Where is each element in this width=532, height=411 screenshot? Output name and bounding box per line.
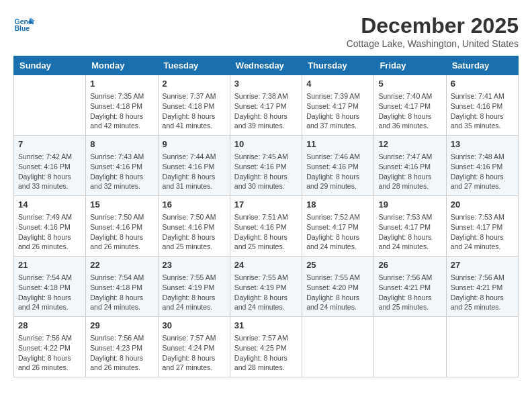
calendar-cell: 7Sunrise: 7:42 AM Sunset: 4:16 PM Daylig… (14, 136, 86, 196)
calendar-week-row: 7Sunrise: 7:42 AM Sunset: 4:16 PM Daylig… (14, 136, 519, 196)
cell-content: Sunrise: 7:56 AM Sunset: 4:22 PM Dayligh… (18, 333, 81, 373)
calendar-cell: 5Sunrise: 7:40 AM Sunset: 4:17 PM Daylig… (374, 75, 446, 136)
cell-content: Sunrise: 7:38 AM Sunset: 4:17 PM Dayligh… (234, 91, 298, 131)
cell-content: Sunrise: 7:52 AM Sunset: 4:17 PM Dayligh… (306, 212, 369, 252)
cell-content: Sunrise: 7:55 AM Sunset: 4:20 PM Dayligh… (306, 273, 369, 312)
cell-content: Sunrise: 7:50 AM Sunset: 4:16 PM Dayligh… (163, 212, 226, 252)
day-number: 4 (306, 78, 369, 90)
calendar-cell: 25Sunrise: 7:55 AM Sunset: 4:20 PM Dayli… (302, 257, 374, 317)
calendar-cell: 22Sunrise: 7:54 AM Sunset: 4:18 PM Dayli… (86, 257, 158, 317)
calendar-cell: 27Sunrise: 7:56 AM Sunset: 4:21 PM Dayli… (446, 257, 518, 317)
calendar-cell: 3Sunrise: 7:38 AM Sunset: 4:17 PM Daylig… (230, 75, 302, 136)
day-number: 29 (90, 320, 153, 332)
day-number: 19 (378, 199, 441, 211)
calendar-cell: 31Sunrise: 7:57 AM Sunset: 4:25 PM Dayli… (230, 317, 302, 377)
weekday-header: Friday (374, 56, 446, 75)
day-number: 5 (378, 78, 441, 90)
cell-content: Sunrise: 7:40 AM Sunset: 4:17 PM Dayligh… (378, 91, 441, 131)
day-number: 28 (18, 320, 81, 332)
weekday-header: Saturday (446, 56, 518, 75)
calendar-week-row: 1Sunrise: 7:35 AM Sunset: 4:18 PM Daylig… (14, 75, 519, 136)
calendar-cell: 24Sunrise: 7:55 AM Sunset: 4:19 PM Dayli… (230, 257, 302, 317)
day-number: 25 (306, 259, 369, 271)
cell-content: Sunrise: 7:57 AM Sunset: 4:25 PM Dayligh… (234, 333, 298, 373)
calendar-cell: 6Sunrise: 7:41 AM Sunset: 4:16 PM Daylig… (446, 75, 518, 136)
cell-content: Sunrise: 7:56 AM Sunset: 4:21 PM Dayligh… (451, 273, 514, 312)
calendar-cell: 28Sunrise: 7:56 AM Sunset: 4:22 PM Dayli… (14, 317, 86, 377)
day-number: 7 (18, 138, 81, 150)
day-number: 15 (90, 199, 153, 211)
calendar-cell: 13Sunrise: 7:48 AM Sunset: 4:16 PM Dayli… (446, 136, 518, 196)
day-number: 22 (90, 259, 153, 271)
cell-content: Sunrise: 7:56 AM Sunset: 4:23 PM Dayligh… (90, 333, 153, 373)
calendar-cell: 4Sunrise: 7:39 AM Sunset: 4:17 PM Daylig… (302, 75, 374, 136)
cell-content: Sunrise: 7:47 AM Sunset: 4:16 PM Dayligh… (378, 152, 441, 191)
day-number: 1 (90, 78, 153, 90)
cell-content: Sunrise: 7:39 AM Sunset: 4:17 PM Dayligh… (306, 91, 369, 131)
day-number: 30 (163, 320, 226, 332)
day-number: 9 (163, 138, 226, 150)
cell-content: Sunrise: 7:48 AM Sunset: 4:16 PM Dayligh… (451, 152, 514, 191)
calendar-cell: 21Sunrise: 7:54 AM Sunset: 4:18 PM Dayli… (14, 257, 86, 317)
calendar-cell: 26Sunrise: 7:56 AM Sunset: 4:21 PM Dayli… (374, 257, 446, 317)
cell-content: Sunrise: 7:46 AM Sunset: 4:16 PM Dayligh… (306, 152, 369, 191)
cell-content: Sunrise: 7:54 AM Sunset: 4:18 PM Dayligh… (90, 273, 153, 312)
title-block: December 2025 Cottage Lake, Washington, … (347, 13, 519, 49)
weekday-header: Monday (86, 56, 158, 75)
day-number: 12 (378, 138, 441, 150)
page-header: General Blue December 2025 Cottage Lake,… (13, 13, 519, 49)
calendar-cell: 17Sunrise: 7:51 AM Sunset: 4:16 PM Dayli… (230, 196, 302, 257)
location: Cottage Lake, Washington, United States (347, 38, 519, 49)
weekday-header: Wednesday (230, 56, 302, 75)
cell-content: Sunrise: 7:53 AM Sunset: 4:17 PM Dayligh… (378, 212, 441, 252)
day-number: 13 (451, 138, 514, 150)
cell-content: Sunrise: 7:42 AM Sunset: 4:16 PM Dayligh… (18, 152, 81, 191)
calendar-cell: 23Sunrise: 7:55 AM Sunset: 4:19 PM Dayli… (158, 257, 230, 317)
calendar-cell (14, 75, 86, 136)
calendar-cell: 1Sunrise: 7:35 AM Sunset: 4:18 PM Daylig… (86, 75, 158, 136)
logo-icon: General Blue (13, 13, 35, 35)
calendar-cell: 29Sunrise: 7:56 AM Sunset: 4:23 PM Dayli… (86, 317, 158, 377)
weekday-header: Sunday (14, 56, 86, 75)
cell-content: Sunrise: 7:53 AM Sunset: 4:17 PM Dayligh… (451, 212, 514, 252)
weekday-header: Thursday (302, 56, 374, 75)
day-number: 10 (234, 138, 298, 150)
day-number: 6 (451, 78, 514, 90)
cell-content: Sunrise: 7:44 AM Sunset: 4:16 PM Dayligh… (163, 152, 226, 191)
calendar-cell (374, 317, 446, 377)
calendar-cell: 10Sunrise: 7:45 AM Sunset: 4:16 PM Dayli… (230, 136, 302, 196)
cell-content: Sunrise: 7:51 AM Sunset: 4:16 PM Dayligh… (234, 212, 298, 252)
calendar-cell: 2Sunrise: 7:37 AM Sunset: 4:18 PM Daylig… (158, 75, 230, 136)
cell-content: Sunrise: 7:37 AM Sunset: 4:18 PM Dayligh… (163, 91, 226, 131)
calendar-cell (302, 317, 374, 377)
day-number: 17 (234, 199, 298, 211)
calendar-cell: 12Sunrise: 7:47 AM Sunset: 4:16 PM Dayli… (374, 136, 446, 196)
day-number: 23 (163, 259, 226, 271)
cell-content: Sunrise: 7:49 AM Sunset: 4:16 PM Dayligh… (18, 212, 81, 252)
logo: General Blue (13, 13, 35, 35)
cell-content: Sunrise: 7:55 AM Sunset: 4:19 PM Dayligh… (163, 273, 226, 312)
day-number: 2 (163, 78, 226, 90)
day-number: 21 (18, 259, 81, 271)
calendar-cell: 20Sunrise: 7:53 AM Sunset: 4:17 PM Dayli… (446, 196, 518, 257)
weekday-header: Tuesday (158, 56, 230, 75)
weekday-header-row: SundayMondayTuesdayWednesdayThursdayFrid… (14, 56, 519, 75)
calendar-cell: 14Sunrise: 7:49 AM Sunset: 4:16 PM Dayli… (14, 196, 86, 257)
month-title: December 2025 (347, 13, 519, 38)
calendar-week-row: 21Sunrise: 7:54 AM Sunset: 4:18 PM Dayli… (14, 257, 519, 317)
calendar-cell: 9Sunrise: 7:44 AM Sunset: 4:16 PM Daylig… (158, 136, 230, 196)
cell-content: Sunrise: 7:56 AM Sunset: 4:21 PM Dayligh… (378, 273, 441, 312)
day-number: 31 (234, 320, 298, 332)
calendar-cell: 8Sunrise: 7:43 AM Sunset: 4:16 PM Daylig… (86, 136, 158, 196)
cell-content: Sunrise: 7:35 AM Sunset: 4:18 PM Dayligh… (90, 91, 153, 131)
day-number: 24 (234, 259, 298, 271)
calendar-cell: 11Sunrise: 7:46 AM Sunset: 4:16 PM Dayli… (302, 136, 374, 196)
cell-content: Sunrise: 7:45 AM Sunset: 4:16 PM Dayligh… (234, 152, 298, 191)
cell-content: Sunrise: 7:55 AM Sunset: 4:19 PM Dayligh… (234, 273, 298, 312)
calendar-cell: 30Sunrise: 7:57 AM Sunset: 4:24 PM Dayli… (158, 317, 230, 377)
calendar-week-row: 28Sunrise: 7:56 AM Sunset: 4:22 PM Dayli… (14, 317, 519, 377)
calendar-cell: 16Sunrise: 7:50 AM Sunset: 4:16 PM Dayli… (158, 196, 230, 257)
day-number: 3 (234, 78, 298, 90)
cell-content: Sunrise: 7:54 AM Sunset: 4:18 PM Dayligh… (18, 273, 81, 312)
calendar-cell: 15Sunrise: 7:50 AM Sunset: 4:16 PM Dayli… (86, 196, 158, 257)
